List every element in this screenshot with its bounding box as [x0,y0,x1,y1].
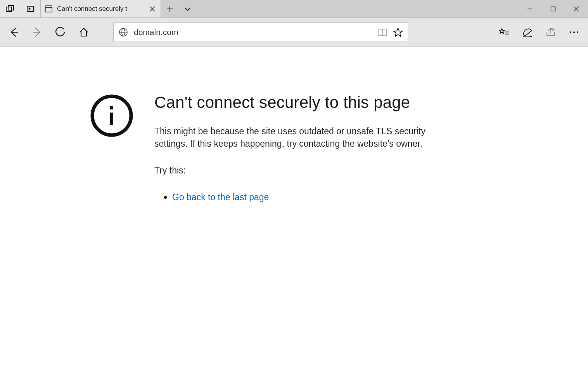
svg-point-15 [577,31,578,33]
svg-rect-0 [6,7,12,12]
info-icon [89,93,134,138]
svg-rect-18 [110,113,113,125]
share-icon[interactable] [540,21,562,43]
svg-rect-1 [8,5,14,10]
home-button[interactable] [73,21,95,43]
titlebar-left-controls [0,0,41,17]
list-item: Go back to the last page [172,192,449,203]
close-window-button[interactable] [565,0,588,18]
address-bar[interactable] [113,23,408,42]
error-page: Can't connect securely to this page This… [0,47,588,203]
navbar [0,18,588,47]
tab-actions [161,0,197,17]
refresh-button[interactable] [50,21,71,43]
svg-point-14 [573,31,575,33]
maximize-button[interactable] [541,0,565,18]
browser-tab[interactable]: Can't connect securely t [41,0,161,17]
favorite-star-icon[interactable] [393,27,403,37]
svg-rect-17 [110,106,113,109]
minimize-button[interactable] [518,0,541,18]
tab-close-button[interactable] [149,5,156,12]
url-input[interactable] [134,28,372,37]
back-button[interactable] [3,21,25,43]
new-tab-button[interactable] [161,0,179,18]
notes-icon[interactable] [517,21,538,43]
page-icon [45,5,52,12]
navbar-right [493,21,585,43]
window-controls [518,0,588,17]
forward-button[interactable] [26,21,48,43]
favorites-list-icon[interactable] [493,21,515,43]
go-back-link[interactable]: Go back to the last page [172,192,269,202]
titlebar: Can't connect securely t [0,0,588,18]
try-this-label: Try this: [154,165,449,176]
globe-icon [118,27,128,37]
error-content: Can't connect securely to this page This… [154,93,449,203]
tab-title: Can't connect securely t [57,5,144,13]
svg-rect-3 [46,6,52,12]
tab-preview-icon[interactable] [5,4,15,14]
reading-view-icon[interactable] [377,27,387,37]
settings-menu-icon[interactable] [563,21,585,43]
error-heading: Can't connect securely to this page [154,93,449,112]
svg-point-13 [570,31,571,33]
error-actions: Go back to the last page [154,192,449,203]
set-aside-tabs-icon[interactable] [26,4,35,14]
svg-rect-6 [551,7,555,11]
tab-menu-button[interactable] [179,0,197,18]
error-description: This might be because the site uses outd… [154,125,449,150]
titlebar-drag-area[interactable] [197,0,518,17]
